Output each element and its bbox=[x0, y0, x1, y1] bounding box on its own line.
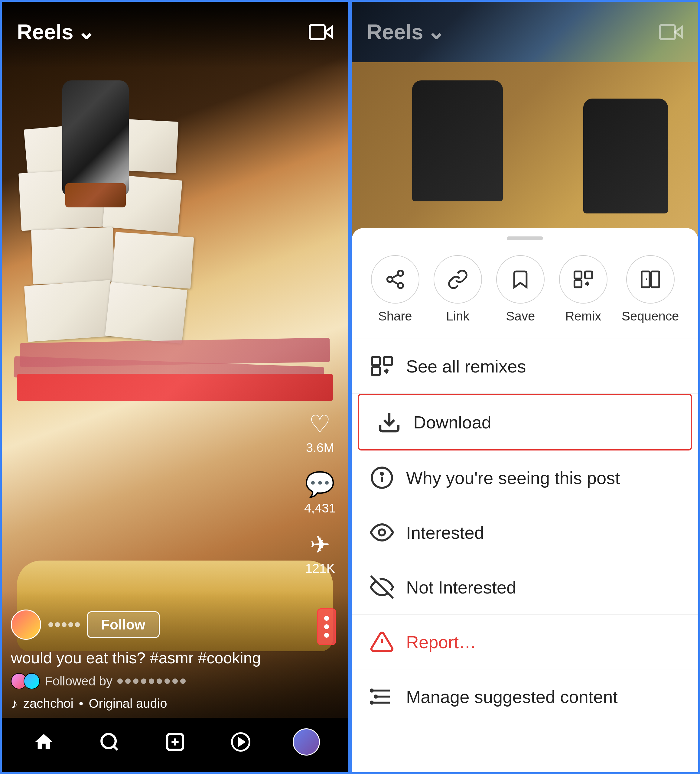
reels-label-right: Reels bbox=[367, 20, 423, 44]
svg-marker-7 bbox=[239, 738, 244, 745]
svg-rect-16 bbox=[574, 280, 581, 287]
name-dot bbox=[164, 678, 170, 684]
svg-rect-14 bbox=[574, 271, 581, 278]
svg-point-10 bbox=[387, 277, 392, 282]
audio-artist: zachchoi bbox=[23, 696, 73, 711]
link-button[interactable]: Link bbox=[434, 255, 482, 324]
why-seeing-item[interactable]: Why you're seeing this post bbox=[352, 450, 698, 505]
follower-avatar bbox=[23, 673, 40, 690]
cheese-block bbox=[31, 227, 114, 284]
not-interested-item[interactable]: Not Interested bbox=[352, 560, 698, 615]
save-button[interactable]: Save bbox=[496, 255, 544, 324]
svg-rect-15 bbox=[585, 271, 592, 278]
share-button[interactable]: Share bbox=[371, 255, 419, 324]
svg-point-1 bbox=[101, 734, 116, 748]
eye-icon bbox=[370, 520, 394, 544]
link-icon bbox=[447, 269, 468, 290]
dot bbox=[324, 616, 329, 621]
see-remixes-label: See all remixes bbox=[406, 356, 526, 376]
svg-rect-20 bbox=[384, 357, 392, 365]
like-button[interactable]: ♡ 3.6M bbox=[306, 410, 334, 455]
username-dot bbox=[68, 622, 73, 627]
remix-menu-icon bbox=[370, 354, 394, 378]
link-label: Link bbox=[446, 309, 470, 324]
home-icon bbox=[33, 731, 55, 752]
nav-search[interactable] bbox=[76, 731, 142, 752]
why-seeing-label: Why you're seeing this post bbox=[406, 468, 620, 488]
music-note-icon: ♪ bbox=[11, 695, 18, 712]
sequence-label: Sequence bbox=[622, 309, 679, 324]
header-left: Reels ⌄ bbox=[2, 2, 348, 50]
share-button[interactable]: ✈ 121K bbox=[305, 531, 335, 576]
video-caption: would you eat this? #asmr #cooking bbox=[11, 649, 300, 667]
menu-list: See all remixes Download Why you're seei… bbox=[352, 339, 698, 772]
nav-home[interactable] bbox=[11, 731, 76, 752]
create-icon bbox=[164, 731, 186, 752]
hand-left bbox=[412, 80, 503, 201]
svg-line-2 bbox=[113, 746, 117, 750]
camera-icon-right[interactable] bbox=[659, 20, 683, 44]
download-icon bbox=[377, 410, 401, 434]
svg-line-12 bbox=[392, 281, 398, 284]
like-count: 3.6M bbox=[306, 440, 334, 455]
interested-item[interactable]: Interested bbox=[352, 505, 698, 560]
profile-avatar bbox=[293, 728, 320, 756]
not-interested-icon bbox=[370, 575, 394, 599]
username-area bbox=[48, 622, 80, 627]
audio-row[interactable]: ♪ zachchoi • Original audio bbox=[11, 695, 300, 712]
left-panel: Reels ⌄ ♡ 3.6M 💬 4,431 ✈ 121K bbox=[0, 0, 350, 774]
audio-name: Original audio bbox=[89, 696, 167, 711]
download-label: Download bbox=[413, 412, 491, 432]
send-icon: ✈ bbox=[310, 531, 330, 559]
remix-button[interactable]: Remix bbox=[559, 255, 607, 324]
reels-title-left[interactable]: Reels ⌄ bbox=[17, 20, 95, 45]
username-dot bbox=[48, 622, 53, 627]
cheese-block bbox=[112, 232, 194, 289]
nav-profile[interactable] bbox=[273, 728, 339, 756]
download-item[interactable]: Download bbox=[358, 394, 692, 450]
tomato bbox=[17, 374, 333, 401]
report-item[interactable]: Report… bbox=[352, 615, 698, 670]
report-icon bbox=[370, 630, 394, 654]
right-panel: Reels ⌄ Share bbox=[350, 0, 700, 774]
share-actions-row: Share Link Save bbox=[352, 249, 698, 339]
name-dot bbox=[180, 678, 186, 684]
name-dot bbox=[149, 678, 154, 684]
svg-point-24 bbox=[381, 473, 383, 475]
followed-by-row: Followed by bbox=[11, 673, 300, 690]
see-all-remixes-item[interactable]: See all remixes bbox=[352, 339, 698, 394]
more-options-button[interactable] bbox=[317, 608, 336, 645]
comment-button[interactable]: 💬 4,431 bbox=[304, 470, 336, 516]
follow-button[interactable]: Follow bbox=[87, 611, 160, 638]
audio-separator: • bbox=[79, 696, 83, 711]
dot bbox=[324, 624, 329, 629]
camera-icon[interactable] bbox=[309, 20, 333, 44]
avatar[interactable] bbox=[11, 610, 41, 640]
reels-title-right[interactable]: Reels ⌄ bbox=[367, 20, 445, 45]
share-label: Share bbox=[378, 309, 412, 324]
nav-reels[interactable] bbox=[208, 731, 273, 752]
svg-point-33 bbox=[371, 690, 373, 692]
share-count: 121K bbox=[305, 561, 335, 576]
name-dot bbox=[141, 678, 146, 684]
video-info: Follow would you eat this? #asmr #cookin… bbox=[11, 610, 300, 712]
svg-rect-17 bbox=[642, 271, 649, 288]
heart-icon: ♡ bbox=[309, 410, 331, 438]
nav-create[interactable] bbox=[142, 731, 208, 752]
reels-label: Reels bbox=[17, 20, 73, 44]
svg-point-35 bbox=[371, 702, 373, 704]
share-circle bbox=[371, 255, 419, 304]
sequence-button[interactable]: Sequence bbox=[622, 255, 679, 324]
svg-rect-18 bbox=[651, 271, 659, 288]
report-label: Report… bbox=[406, 632, 476, 652]
name-dot bbox=[172, 678, 178, 684]
info-icon bbox=[370, 466, 394, 490]
not-interested-label: Not Interested bbox=[406, 577, 516, 597]
svg-rect-0 bbox=[309, 25, 325, 39]
manage-content-item[interactable]: Manage suggested content bbox=[352, 670, 698, 724]
followed-by-label: Followed by bbox=[45, 674, 113, 688]
chevron-down-icon-right: ⌄ bbox=[427, 20, 445, 45]
reels-icon bbox=[230, 731, 251, 752]
save-icon bbox=[510, 269, 531, 290]
svg-point-9 bbox=[398, 271, 403, 276]
